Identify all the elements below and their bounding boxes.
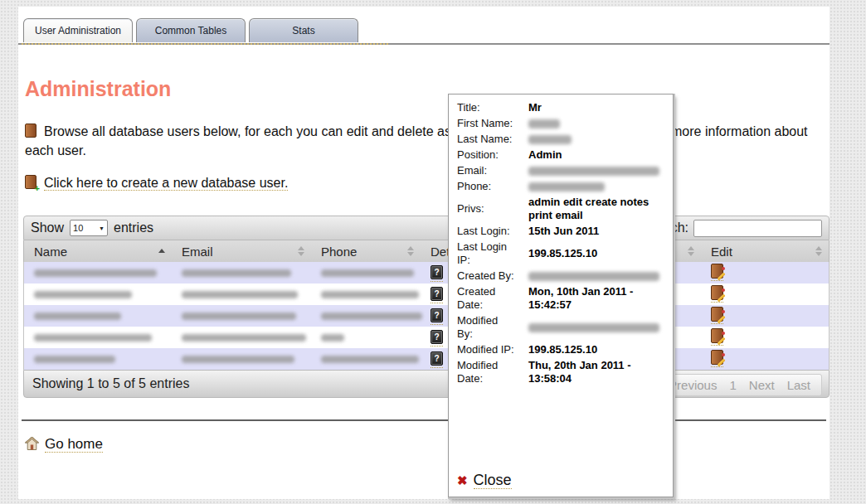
pagination-1[interactable]: 1 <box>729 378 736 392</box>
table-row: ? <box>23 305 830 327</box>
detail-field-last-login: Last Login:15th Jun 2011 <box>457 225 664 238</box>
create-user-link[interactable]: Click here to create a new database user… <box>44 176 288 191</box>
column-label: Phone <box>321 245 357 259</box>
detail-value: Thu, 20th Jan 2011 - 13:58:04 <box>528 359 664 385</box>
close-row: ✖Close <box>457 472 512 489</box>
redacted-text <box>321 291 419 298</box>
close-link[interactable]: Close <box>474 472 512 489</box>
pagination-previous[interactable]: Previous <box>669 378 717 392</box>
detail-label: Created By: <box>457 269 515 283</box>
detail-label: Phone: <box>457 180 515 193</box>
edit-link[interactable] <box>711 328 723 346</box>
table-row: ? <box>23 284 830 305</box>
question-icon: ? <box>431 265 443 279</box>
detail-label: Privs: <box>457 202 515 216</box>
table-toolbar: Show 10 ▼ entries Search: <box>23 216 830 240</box>
question-icon: ? <box>431 308 443 322</box>
create-user-row: Click here to create a new database user… <box>25 175 830 191</box>
page-size-select[interactable]: 10 ▼ <box>70 220 108 236</box>
edit-cell <box>701 307 829 325</box>
column-header-email[interactable]: Email <box>172 240 311 262</box>
entries-label: entries <box>114 220 153 235</box>
detail-field-modified-date: Modified Date:Thu, 20th Jan 2011 - 13:58… <box>457 359 664 385</box>
detail-field-created-by: Created By: <box>457 269 664 283</box>
edit-cell <box>701 285 829 303</box>
detail-value <box>528 164 664 177</box>
phone-cell <box>311 330 421 345</box>
detail-field-modified-by: Modified By: <box>457 314 664 341</box>
detail-value <box>528 321 664 334</box>
phone-cell <box>311 265 421 280</box>
detail-label: Last Login: <box>457 225 515 238</box>
column-header-phone[interactable]: Phone <box>311 240 421 262</box>
name-cell <box>24 265 172 280</box>
edit-cell <box>701 350 829 368</box>
redacted-text <box>321 269 414 277</box>
detail-value <box>528 180 664 193</box>
detail-label: Modified By: <box>457 314 515 341</box>
detail-label: Created Date: <box>457 285 515 312</box>
detail-field-last-login-ip: Last Login IP:199.85.125.10 <box>457 240 664 267</box>
sort-up-icon <box>298 246 304 250</box>
email-cell <box>172 330 311 345</box>
search-input[interactable] <box>693 220 822 237</box>
redacted-text <box>528 135 572 144</box>
redacted-text <box>528 119 560 128</box>
sort-up-icon <box>688 246 694 250</box>
edit-link[interactable] <box>711 285 723 303</box>
edit-icon <box>711 328 723 343</box>
detail-value: 15th Jun 2011 <box>528 225 664 238</box>
sort-icon <box>815 246 822 256</box>
table-status: Showing 1 to 5 of 5 entries <box>32 376 189 391</box>
details-link[interactable]: ? <box>431 330 443 346</box>
go-home-row: Go home <box>25 436 830 453</box>
redacted-text <box>182 269 291 277</box>
detail-value: Admin <box>528 148 664 162</box>
detail-value: Mon, 10th Jan 2011 - 15:42:57 <box>528 285 664 312</box>
column-label: Email <box>182 245 213 259</box>
close-x-icon: ✖ <box>457 473 468 487</box>
intro-text: Browse all database users below, for eac… <box>25 122 811 160</box>
redacted-text <box>34 291 132 298</box>
edit-link[interactable] <box>711 350 723 367</box>
detail-value: 199.85.125.10 <box>528 343 664 356</box>
content-area: User AdministrationCommon TablesStats Ad… <box>18 7 830 499</box>
sort-up-icon <box>815 246 822 250</box>
tab-user-administration[interactable]: User Administration <box>23 18 133 42</box>
redacted-text <box>528 182 605 191</box>
edit-link[interactable] <box>711 264 723 281</box>
detail-label: Position: <box>457 148 515 162</box>
edit-link[interactable] <box>711 307 723 324</box>
pagination-last[interactable]: Last <box>787 378 810 392</box>
edit-icon <box>711 285 723 300</box>
go-home-link[interactable]: Go home <box>45 436 103 453</box>
redacted-text <box>182 334 306 342</box>
detail-field-privs: Privs:admin edit create notes print emai… <box>457 196 664 222</box>
sort-down-icon <box>688 252 694 256</box>
details-link[interactable]: ? <box>431 287 443 303</box>
column-header-name[interactable]: Name <box>24 240 172 262</box>
column-header-edit[interactable]: Edit <box>701 240 829 262</box>
sort-down-icon <box>407 252 414 256</box>
sort-icon <box>407 246 414 256</box>
pagination-next[interactable]: Next <box>749 378 775 392</box>
tab-common-tables[interactable]: Common Tables <box>136 18 246 42</box>
sort-icon <box>688 246 694 256</box>
page-size-value: 10 <box>73 223 83 233</box>
email-cell <box>172 287 311 302</box>
table-header-row: NameEmailPhoneDetailsEdit <box>23 240 830 262</box>
redacted-text <box>34 356 115 363</box>
redacted-text <box>528 167 659 176</box>
details-link[interactable]: ? <box>431 308 443 325</box>
sort-asc-icon <box>158 249 165 253</box>
redacted-text <box>528 323 659 332</box>
table-row: ? <box>23 262 830 284</box>
detail-field-title: Title:Mr <box>457 101 664 114</box>
details-link[interactable]: ? <box>431 265 443 282</box>
create-user-icon <box>25 175 36 189</box>
email-cell <box>172 308 311 323</box>
name-cell <box>24 287 172 302</box>
question-icon: ? <box>431 351 443 366</box>
tab-stats[interactable]: Stats <box>249 18 358 42</box>
details-link[interactable]: ? <box>431 351 443 368</box>
